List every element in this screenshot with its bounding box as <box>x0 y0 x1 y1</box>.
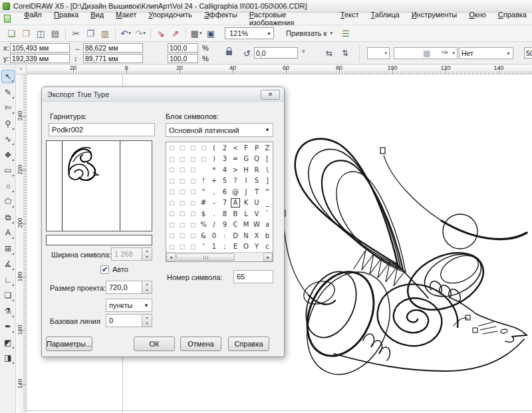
dimension-tool[interactable]: ∡ <box>1 257 15 271</box>
grid-cell[interactable]: □ <box>188 186 198 198</box>
crop-tool[interactable]: ✄ <box>1 101 15 114</box>
grid-cell[interactable] <box>198 164 209 176</box>
grid-cell[interactable]: □ <box>166 176 177 187</box>
grid-cell[interactable]: V <box>251 208 262 219</box>
grid-cell[interactable]: A <box>230 198 241 209</box>
horizontal-ruler[interactable]: 20020406080100120140 <box>27 65 532 74</box>
polygon-tool[interactable]: ⬠ <box>1 195 15 208</box>
grid-cell[interactable]: □ <box>166 230 177 241</box>
project-size-spinner[interactable]: ▴ ▾ <box>142 281 152 294</box>
grid-cell[interactable]: a <box>262 219 273 231</box>
grid-cell[interactable]: ) <box>209 154 219 165</box>
grid-cell[interactable]: □ <box>177 154 188 165</box>
grid-cell[interactable]: □ <box>177 241 188 253</box>
basic-shapes-tool[interactable]: ⧉ <box>1 211 15 224</box>
grid-cell[interactable]: ] <box>262 176 273 187</box>
grid-cell[interactable]: ( <box>209 142 219 154</box>
char-number-field[interactable] <box>233 270 273 283</box>
grid-cell[interactable]: X <box>251 230 262 241</box>
project-size-field[interactable] <box>106 281 142 294</box>
grid-cell[interactable]: S <box>251 176 262 187</box>
font-name-field[interactable] <box>49 123 155 136</box>
grid-cell[interactable]: : <box>219 230 230 241</box>
mirror-horizontal-button[interactable]: ⇆ <box>322 47 336 60</box>
grid-cell[interactable]: ' <box>198 241 209 253</box>
grid-cell[interactable]: □ <box>166 241 177 253</box>
undo-button[interactable]: ↶▾ <box>118 27 133 40</box>
eyedropper-tool[interactable]: ⚗ <box>1 305 15 318</box>
grid-cell[interactable]: T <box>251 186 262 198</box>
grid-cell[interactable]: □ <box>177 230 188 241</box>
scroll-left-icon[interactable]: ◂ <box>166 253 176 261</box>
grid-cell[interactable]: □ <box>188 241 198 253</box>
wrap-text-icon[interactable]: ▦ <box>423 49 430 58</box>
grid-cell[interactable]: O <box>241 241 251 253</box>
snap-to-dropdown[interactable]: Привязать к ▾ <box>283 28 335 39</box>
grid-cell[interactable]: □ <box>188 219 198 231</box>
ok-button[interactable]: ОК <box>134 337 175 351</box>
grid-cell[interactable]: 2 <box>219 142 230 154</box>
grid-cell[interactable]: □ <box>188 164 198 176</box>
interactive-fill-tool[interactable]: ◨ <box>1 351 15 364</box>
grid-cell[interactable]: ? <box>230 176 241 187</box>
fill-tool[interactable]: ◩ <box>1 336 15 349</box>
pos-x-field[interactable] <box>10 43 70 53</box>
grid-cell[interactable]: □ <box>177 176 188 187</box>
grid-cell[interactable]: □ <box>177 142 188 154</box>
grid-scrollbar[interactable]: ◂ ▸ <box>166 252 273 261</box>
grid-cell[interactable]: I <box>241 176 251 187</box>
grid-cell[interactable]: 9 <box>219 219 230 231</box>
grid-cell[interactable]: ^ <box>262 186 273 198</box>
grid-cell[interactable]: □ <box>166 198 177 209</box>
grid-cell[interactable]: \ <box>262 164 273 176</box>
grid-cell[interactable]: 7 <box>219 198 230 209</box>
freehand-tool[interactable]: ∿ <box>1 132 15 146</box>
grid-cell[interactable]: . <box>209 208 219 219</box>
blend-tool[interactable]: ❏ <box>1 289 15 302</box>
grid-cell[interactable]: 3 <box>219 154 230 165</box>
application-launcher-button[interactable]: ▦▾ <box>189 27 203 40</box>
grid-cell[interactable]: c <box>262 241 273 253</box>
scrollbar-thumb[interactable] <box>176 253 235 261</box>
table-tool[interactable]: ⊞ <box>1 242 15 255</box>
grid-cell[interactable]: = <box>230 154 241 165</box>
grid-cell[interactable]: □ <box>166 164 177 176</box>
options-icon[interactable]: ☰ <box>342 29 350 39</box>
ruler-origin-button[interactable]: + <box>16 65 27 74</box>
redo-button[interactable]: ↷▾ <box>133 27 148 40</box>
grid-cell[interactable]: W <box>251 219 262 231</box>
new-document-button[interactable]: ❏ <box>4 27 19 40</box>
grid-cell[interactable]: □ <box>166 219 177 231</box>
grid-cell[interactable]: U <box>251 198 262 209</box>
grid-cell[interactable]: $ <box>198 208 209 219</box>
grid-cell[interactable]: □ <box>177 208 188 219</box>
symbol-block-combo[interactable]: Основной латинский ▼ <box>166 123 273 137</box>
shape-tool[interactable]: ✎ <box>1 86 15 99</box>
import-button[interactable]: ⇘ <box>154 27 168 40</box>
grid-cell[interactable]: □ <box>166 142 177 154</box>
grid-cell[interactable]: □ <box>198 154 209 165</box>
zoom-level-combo[interactable]: 121% ▼ <box>225 27 274 39</box>
rotation-angle-field[interactable] <box>254 47 298 59</box>
pos-y-field[interactable] <box>10 54 70 63</box>
grid-cell[interactable]: F <box>241 142 251 154</box>
outline-width-combo[interactable]: Нет ▼ <box>459 47 513 59</box>
grid-cell[interactable]: D <box>230 230 241 241</box>
outline-pen-icon[interactable]: ✑ <box>442 48 448 57</box>
object-width-field[interactable] <box>83 43 143 53</box>
text-tool[interactable]: A <box>1 226 15 239</box>
grid-cell[interactable]: □ <box>188 230 198 241</box>
grid-cell[interactable]: G <box>241 154 251 165</box>
grid-cell[interactable]: # <box>198 198 209 209</box>
rectangle-tool[interactable]: ▭ <box>1 164 15 177</box>
save-button[interactable]: ◫ <box>33 27 48 40</box>
ellipse-tool[interactable]: ○ <box>1 180 15 193</box>
vertical-ruler[interactable]: 240220200180160140 <box>16 74 27 413</box>
grid-cell[interactable]: ; <box>219 241 230 253</box>
zoom-tool[interactable]: ⚲ <box>1 117 15 130</box>
edge-field[interactable] <box>524 47 532 59</box>
grid-cell[interactable]: 0 <box>209 230 219 241</box>
export-button[interactable]: ⇗ <box>168 27 183 40</box>
dialog-title-bar[interactable]: Экспорт True Type <box>42 87 284 102</box>
units-combo[interactable]: пункты ▼ <box>106 299 152 312</box>
